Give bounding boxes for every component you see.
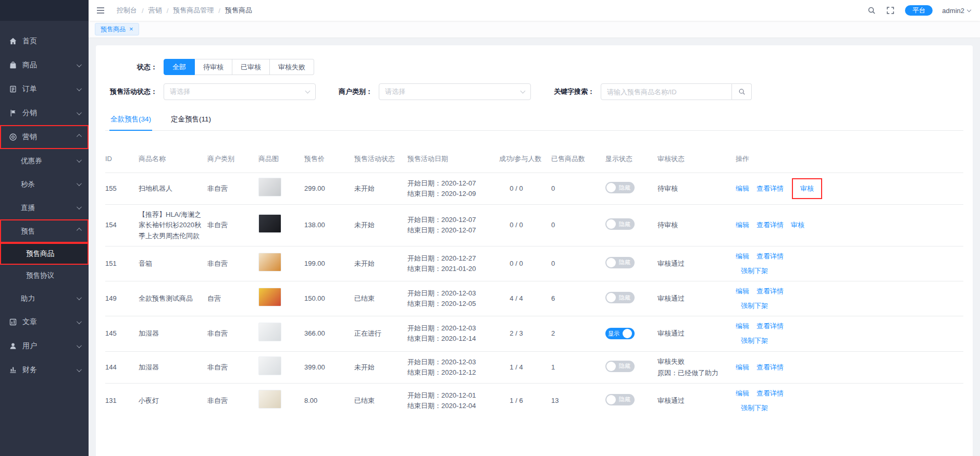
sidebar-item-seckill[interactable]: 秒杀 <box>0 172 89 196</box>
audit-status-text: 审核通过 <box>658 328 730 339</box>
action-edit[interactable]: 编辑 <box>736 321 749 331</box>
date-end: 结束日期：2021-01-20 <box>407 264 494 274</box>
cell-product-name: 加湿器 <box>139 328 207 339</box>
action-edit[interactable]: 编辑 <box>736 220 749 230</box>
keyword-search-button[interactable] <box>732 83 752 100</box>
action-edit[interactable]: 编辑 <box>736 183 749 194</box>
cell-price: 399.00 <box>304 362 354 373</box>
audit-status-text: 审核失败 <box>658 356 730 367</box>
breadcrumb-item[interactable]: 预售商品 <box>225 6 252 15</box>
display-toggle[interactable]: 隐藏 <box>605 292 635 303</box>
content-card: 状态： 全部待审核已审核审核失败 预售活动状态： 请选择 商户类别： 请选择 关… <box>96 45 973 456</box>
sidebar-item-user[interactable]: 用户 <box>0 334 89 358</box>
status-option-0[interactable]: 全部 <box>164 59 195 75</box>
sidebar-item-marketing[interactable]: 营销 <box>0 125 89 149</box>
sidebar-item-presale-goods[interactable]: 预售商品 <box>0 243 89 265</box>
action-force-offline[interactable]: 强制下架 <box>741 267 768 275</box>
sidebar-item-label: 商品 <box>22 60 37 70</box>
user-menu[interactable]: admin2 <box>942 7 971 15</box>
display-toggle[interactable]: 隐藏 <box>605 218 635 230</box>
toggle-off-label: 隐藏 <box>617 221 632 227</box>
action-view-detail[interactable]: 查看详情 <box>756 220 784 230</box>
action-view-detail[interactable]: 查看详情 <box>756 251 784 262</box>
presale-tab-0[interactable]: 全款预售(34) <box>109 108 152 130</box>
platform-badge[interactable]: 平台 <box>905 5 933 16</box>
tab-presale-goods[interactable]: 预售商品 × <box>95 23 139 35</box>
sidebar-item-coupon[interactable]: 优惠券 <box>0 149 89 172</box>
chevron-down-icon <box>77 181 82 186</box>
product-image[interactable] <box>258 288 281 306</box>
column-header: 商品图 <box>258 154 304 164</box>
action-view-detail[interactable]: 查看详情 <box>756 183 784 194</box>
cell-sold-count: 0 <box>551 258 605 269</box>
toggle-knob <box>606 293 616 302</box>
cell-activity-dates: 开始日期：2020-12-01结束日期：2020-12-04 <box>407 390 499 411</box>
cell-product-image <box>258 214 304 236</box>
cell-participants: 2 / 3 <box>499 328 551 339</box>
date-start: 开始日期：2020-12-03 <box>407 323 494 334</box>
action-force-offline[interactable]: 强制下架 <box>741 404 768 412</box>
breadcrumb-item[interactable]: 营销 <box>148 6 162 15</box>
status-option-1[interactable]: 待审核 <box>195 59 232 75</box>
table-row: 145加湿器非自营366.00正在进行开始日期：2020-12-03结束日期：2… <box>105 316 963 351</box>
sidebar-item-home[interactable]: 首页 <box>0 29 89 53</box>
product-image[interactable] <box>258 253 281 272</box>
action-force-offline[interactable]: 强制下架 <box>741 337 768 344</box>
action-view-detail[interactable]: 查看详情 <box>756 321 784 331</box>
display-toggle[interactable]: 显示 <box>605 328 635 339</box>
activity-status-select[interactable]: 请选择 <box>164 83 316 100</box>
sidebar-item-boost[interactable]: 助力 <box>0 287 89 310</box>
cell-product-image <box>258 253 304 275</box>
display-toggle[interactable]: 隐藏 <box>605 361 635 372</box>
display-toggle[interactable]: 隐藏 <box>605 182 635 193</box>
search-icon[interactable] <box>867 6 877 15</box>
action-view-detail[interactable]: 查看详情 <box>756 286 784 297</box>
action-view-detail[interactable]: 查看详情 <box>756 388 784 399</box>
display-toggle[interactable]: 隐藏 <box>605 394 635 405</box>
sidebar-item-live[interactable]: 直播 <box>0 196 89 219</box>
sidebar-item-label: 分销 <box>22 108 37 118</box>
collapse-menu-icon[interactable] <box>96 5 106 16</box>
merchant-select[interactable]: 请选择 <box>379 83 531 100</box>
sidebar-item-presale-agreement[interactable]: 预售协议 <box>0 265 89 287</box>
product-image[interactable] <box>258 178 281 196</box>
sidebar-item-order[interactable]: 订单 <box>0 77 89 101</box>
sidebar-item-distribution[interactable]: 分销 <box>0 101 89 125</box>
product-image[interactable] <box>258 323 281 341</box>
keyword-input[interactable] <box>601 83 732 100</box>
product-image[interactable] <box>258 214 281 233</box>
sidebar-item-goods[interactable]: 商品 <box>0 53 89 77</box>
close-icon[interactable]: × <box>129 26 133 32</box>
breadcrumb-item[interactable]: 预售商品管理 <box>173 6 214 15</box>
cell-audit-status: 审核通过 <box>658 328 736 339</box>
action-edit[interactable]: 编辑 <box>736 251 749 262</box>
action-force-offline[interactable]: 强制下架 <box>741 302 768 310</box>
action-audit[interactable]: 审核 <box>800 184 814 192</box>
cell-price: 150.00 <box>304 293 354 304</box>
fullscreen-icon[interactable] <box>886 6 896 15</box>
display-toggle[interactable]: 隐藏 <box>605 257 635 268</box>
table-row: 155扫地机器人非自营299.00未开始开始日期：2020-12-07结束日期：… <box>105 172 963 204</box>
sidebar-item-article[interactable]: 文章 <box>0 310 89 334</box>
action-audit[interactable]: 审核 <box>791 220 804 230</box>
sidebar-item-label: 直播 <box>21 203 35 213</box>
sidebar-item-finance[interactable]: 财务 <box>0 358 89 382</box>
action-view-detail[interactable]: 查看详情 <box>756 362 784 373</box>
status-option-3[interactable]: 审核失败 <box>270 59 314 75</box>
chevron-down-icon <box>77 204 82 209</box>
status-option-2[interactable]: 已审核 <box>232 59 270 75</box>
presale-tab-1[interactable]: 定金预售(11) <box>170 108 212 130</box>
sidebar-item-presale[interactable]: 预售 <box>0 219 89 243</box>
column-header: 已售商品数 <box>551 154 605 164</box>
action-edit[interactable]: 编辑 <box>736 388 749 399</box>
goods-icon <box>8 60 18 70</box>
action-edit[interactable]: 编辑 <box>736 362 749 373</box>
action-edit[interactable]: 编辑 <box>736 286 749 297</box>
product-image[interactable] <box>258 390 281 409</box>
breadcrumb-item[interactable]: 控制台 <box>117 6 137 15</box>
cell-price: 138.00 <box>304 220 354 230</box>
column-header: 操作 <box>736 154 855 164</box>
table-row: 144加湿器非自营399.00未开始开始日期：2020-12-03结束日期：20… <box>105 351 963 383</box>
toggle-knob <box>606 183 616 192</box>
product-image[interactable] <box>258 356 281 375</box>
